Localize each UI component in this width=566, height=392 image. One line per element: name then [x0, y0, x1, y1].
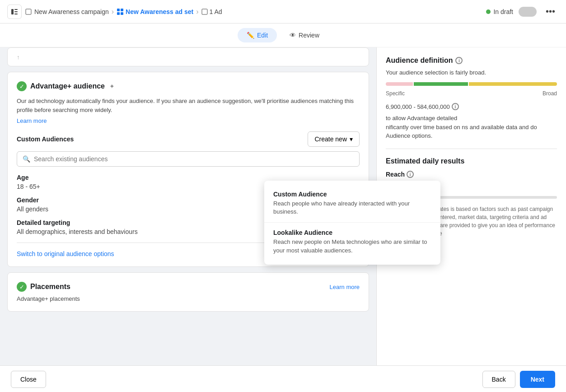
eye-icon: 👁: [290, 32, 296, 39]
tab-review[interactable]: 👁 Review: [281, 28, 328, 42]
search-audiences-input[interactable]: [34, 155, 354, 163]
right-divider: [386, 149, 557, 149]
topbar-right: In draft •••: [486, 5, 559, 19]
custom-audiences-label: Custom Audiences: [17, 135, 74, 143]
bottom-bar: Close Back Next: [0, 365, 566, 392]
bar-labels: Specific Broad: [386, 90, 557, 97]
advantage-text: to allow Advantage detailed nificantly o…: [386, 114, 557, 140]
bar-mid-segment: [414, 82, 468, 86]
svg-rect-4: [26, 9, 31, 14]
reach-info-icon[interactable]: i: [407, 171, 414, 178]
lookalike-audience-option[interactable]: Lookalike Audience Reach new people on M…: [264, 223, 440, 261]
custom-audiences-header: Custom Audiences Create new ▾: [17, 131, 360, 147]
back-button[interactable]: Back: [482, 371, 515, 388]
svg-rect-9: [202, 9, 207, 14]
placements-subtitle: Advantage+ placements: [17, 295, 360, 302]
svg-rect-6: [121, 9, 123, 11]
svg-rect-8: [121, 12, 123, 15]
sidebar-toggle-button[interactable]: [7, 5, 22, 19]
more-options-button[interactable]: •••: [542, 5, 559, 19]
svg-rect-0: [11, 9, 14, 14]
tab-bar: ✏️ Edit 👁 Review: [0, 23, 566, 47]
placements-header: ✓ Placements Learn more: [17, 282, 360, 292]
custom-audience-desc: Reach people who have already interacted…: [273, 200, 431, 216]
pencil-icon: ✏️: [247, 32, 254, 39]
stub-card: ↑: [7, 47, 369, 66]
placements-learn-more-link[interactable]: Learn more: [330, 284, 360, 290]
range-info-icon[interactable]: i: [452, 103, 459, 110]
svg-rect-1: [14, 9, 18, 10]
reach-label: Reach i: [386, 171, 557, 178]
adset-breadcrumb[interactable]: New Awareness ad set: [117, 8, 193, 15]
broad-label: Broad: [543, 90, 557, 97]
tab-edit[interactable]: ✏️ Edit: [238, 28, 277, 42]
learn-more-link[interactable]: Learn more: [17, 117, 47, 124]
section-header: ✓ Advantage+ audience ✦: [17, 81, 360, 91]
next-button[interactable]: Next: [520, 371, 555, 388]
placements-check-icon: ✓: [17, 282, 27, 292]
close-button[interactable]: Close: [11, 371, 46, 388]
sparkle-icon: ✦: [109, 83, 115, 90]
topbar-left: New Awareness campaign › New Awareness a…: [7, 5, 222, 19]
topbar: New Awareness campaign › New Awareness a…: [0, 0, 566, 23]
placements-title: Placements: [30, 283, 70, 291]
breadcrumb: New Awareness campaign › New Awareness a…: [25, 8, 222, 16]
advantage-audience-description: Our ad technology automatically finds yo…: [17, 97, 360, 114]
lookalike-desc: Reach new people on Meta technologies wh…: [273, 238, 431, 254]
svg-rect-3: [14, 14, 18, 14]
search-audiences-box[interactable]: 🔍: [17, 151, 360, 167]
svg-rect-5: [117, 9, 120, 11]
chevron-down-icon: ▾: [350, 135, 353, 143]
bar-broad-segment: [469, 82, 557, 86]
audience-range: 6,900,000 - 584,600,000 i: [386, 103, 557, 110]
audience-desc-text: Your audience selection is fairly broad.: [386, 69, 557, 76]
check-icon: ✓: [17, 81, 27, 91]
toggle-switch[interactable]: [519, 7, 537, 17]
svg-rect-7: [117, 12, 120, 15]
svg-rect-2: [14, 11, 18, 12]
ad-breadcrumb[interactable]: 1 Ad: [201, 8, 222, 15]
advantage-audience-title: Advantage+ audience: [30, 82, 105, 90]
switch-to-original-link[interactable]: Switch to original audience options: [17, 250, 114, 257]
custom-audience-option[interactable]: Custom Audience Reach people who have al…: [264, 184, 440, 222]
lookalike-title: Lookalike Audience: [273, 229, 431, 236]
campaign-breadcrumb[interactable]: New Awareness campaign: [34, 8, 109, 15]
status-dot-icon: [486, 9, 491, 14]
age-label: Age: [17, 174, 360, 181]
audience-definition-title: Audience definition i: [386, 56, 557, 65]
specific-label: Specific: [386, 90, 405, 97]
placements-card: ✓ Placements Learn more Advantage+ place…: [7, 272, 369, 312]
create-new-button[interactable]: Create new ▾: [308, 131, 360, 147]
search-icon: 🔍: [23, 155, 30, 163]
audience-definition-info-icon[interactable]: i: [455, 57, 463, 64]
audience-bar: [386, 82, 557, 86]
bar-specific-segment: [386, 82, 413, 86]
status-badge: In draft: [486, 8, 513, 15]
create-new-dropdown: Custom Audience Reach people who have al…: [264, 181, 440, 265]
estimated-results-title: Estimated daily results: [386, 157, 557, 165]
custom-audience-title: Custom Audience: [273, 191, 431, 198]
